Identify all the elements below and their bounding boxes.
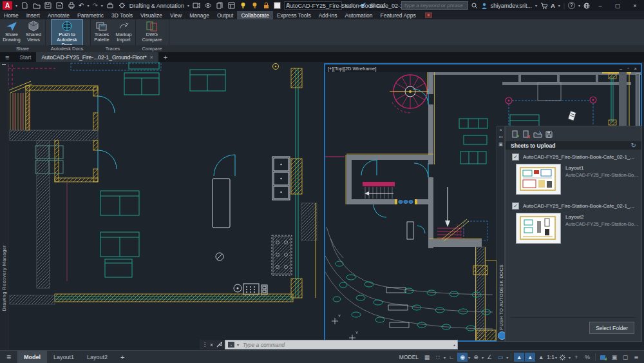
- new-drawing-tab-icon[interactable]: +: [158, 52, 173, 62]
- copy-layers-icon[interactable]: ▣: [609, 353, 620, 362]
- command-line-grip[interactable]: ⋮ ×: [200, 340, 225, 349]
- new-file-icon[interactable]: [21, 2, 29, 10]
- viewport-restore-icon[interactable]: ▫: [627, 66, 629, 72]
- save-list-icon[interactable]: [545, 130, 553, 139]
- ribbon-tab-featured-apps[interactable]: Featured Apps: [376, 11, 419, 19]
- crosshair-icon[interactable]: +: [571, 353, 582, 362]
- minimize-button[interactable]: –: [593, 1, 607, 10]
- user-caret-icon[interactable]: ▾: [535, 3, 537, 8]
- new-layout-icon[interactable]: +: [114, 351, 131, 363]
- ribbon-tab-home[interactable]: Home: [0, 11, 23, 19]
- clean-screen-icon[interactable]: ▢: [620, 353, 630, 362]
- drawing-recovery-manager-tab[interactable]: Drawing Recovery Manager: [0, 62, 8, 350]
- osnap-caret-icon[interactable]: ▾: [482, 355, 484, 360]
- ribbon-tab-annotate[interactable]: Annotate: [44, 11, 73, 19]
- command-input-field[interactable]: › ▾ ▴: [225, 340, 458, 349]
- properties-icon[interactable]: [227, 2, 236, 10]
- drm-collapse-icon[interactable]: [2, 64, 6, 65]
- maximize-button[interactable]: ▢: [611, 1, 625, 10]
- polar-tracking-icon[interactable]: ◉: [457, 353, 468, 362]
- polar-caret-icon[interactable]: ▾: [468, 355, 470, 360]
- undo-icon[interactable]: ↶: [79, 2, 84, 9]
- workspace-selector[interactable]: Drafting & Annotation: [129, 3, 184, 9]
- sheet-row[interactable]: ✓ AutoCAD-FY25_Fire-Station-Book-Cafe_02…: [506, 150, 641, 162]
- dynamic-input-icon[interactable]: ∠: [484, 353, 495, 362]
- share-drawing-button[interactable]: Share Drawing: [1, 20, 22, 43]
- search-input[interactable]: [401, 1, 468, 10]
- record-macro-icon[interactable]: [425, 11, 432, 19]
- isodraft-caret-icon[interactable]: ▾: [506, 355, 508, 360]
- layout1-thumbnail[interactable]: [516, 164, 561, 195]
- viewport-minimize-icon[interactable]: –: [620, 66, 622, 72]
- user-icon[interactable]: [481, 3, 488, 9]
- dwg-compare-button[interactable]: DWG Compare: [141, 20, 163, 43]
- scale-caret-icon[interactable]: ▾: [555, 355, 557, 360]
- ribbon-tab-manage[interactable]: Manage: [185, 11, 213, 19]
- command-caret-icon[interactable]: ▾: [237, 342, 239, 347]
- select-folder-icon[interactable]: [533, 130, 542, 139]
- close-button[interactable]: ×: [628, 1, 642, 10]
- bulb-on-icon[interactable]: [239, 2, 247, 10]
- ribbon-tab-visualize[interactable]: Visualize: [137, 11, 166, 19]
- sheet-row[interactable]: ✓ AutoCAD-FY25_Fire-Station-Book-Cafe_02…: [506, 196, 641, 211]
- undo-caret-icon[interactable]: ▾: [87, 3, 89, 8]
- markup-import-button[interactable]: Markup Import: [113, 20, 134, 43]
- layout2-thumbnail[interactable]: [516, 213, 561, 244]
- eye-icon[interactable]: [204, 2, 213, 10]
- ribbon-tab-output[interactable]: Output: [213, 11, 238, 19]
- shared-views-button[interactable]: Shared Views: [23, 20, 44, 43]
- autocad-app-menu[interactable]: A: [3, 1, 12, 10]
- bulb-off-icon[interactable]: [251, 2, 259, 10]
- ribbon-tab-collaborate[interactable]: Collaborate: [237, 11, 272, 19]
- recent-commands-icon[interactable]: ›: [228, 342, 234, 348]
- grip-dots-icon[interactable]: ⋮: [202, 342, 207, 348]
- panel-label-traces[interactable]: Traces: [91, 45, 134, 52]
- file-tabs-menu-icon[interactable]: ≡: [0, 52, 14, 62]
- ortho-mode-icon[interactable]: ∟: [446, 353, 457, 362]
- sheet-entry[interactable]: Layout2 AutoCAD-FY25_Fire-Station-Bo...: [506, 211, 641, 245]
- share-view-icon[interactable]: [193, 2, 201, 10]
- file-tab-active[interactable]: AutoCAD-FY25_Fire-...02-1_Ground-Floor* …: [36, 52, 158, 62]
- customization-menu-icon[interactable]: ≡: [631, 353, 641, 362]
- layout-tabs-menu-icon[interactable]: ≡: [0, 351, 17, 363]
- osnap-tracking-icon[interactable]: ⊕: [471, 353, 481, 362]
- autoscale-icon[interactable]: ▲: [525, 353, 535, 362]
- isolate-objects-icon[interactable]: %: [582, 353, 592, 362]
- ribbon-tab-add-ins[interactable]: Add-ins: [315, 11, 341, 19]
- snap-caret-icon[interactable]: ▾: [444, 355, 446, 360]
- palette-autohide-icon[interactable]: ↤: [499, 135, 503, 141]
- palette-vertical-title[interactable]: PUSH TO AUTODESK DOCS: [499, 264, 504, 329]
- printer-icon[interactable]: [106, 2, 115, 10]
- command-input[interactable]: [242, 341, 424, 349]
- ribbon-tab-express-tools[interactable]: Express Tools: [273, 11, 315, 19]
- sheet-entry[interactable]: Layout1 AutoCAD-FY25_Fire-Station-Bo...: [506, 162, 641, 196]
- command-close-icon[interactable]: ×: [210, 342, 213, 348]
- annotation-scale-value[interactable]: 1:1: [547, 354, 554, 360]
- panel-label-share[interactable]: Share: [1, 45, 44, 52]
- app-store-cart-icon[interactable]: [540, 3, 547, 9]
- layout1-tab[interactable]: Layout1: [47, 351, 80, 363]
- redo-icon[interactable]: ↷: [92, 2, 97, 9]
- sheet-set-icon[interactable]: [216, 2, 224, 10]
- app-menu-caret-icon[interactable]: ▾: [15, 3, 17, 8]
- file-tab-close-icon[interactable]: ×: [150, 54, 153, 61]
- add-sheet-icon[interactable]: [511, 130, 520, 139]
- workspace-caret-icon[interactable]: ▾: [187, 3, 189, 8]
- redo-caret-icon[interactable]: ▾: [101, 3, 103, 8]
- ribbon-tab-automation[interactable]: Automation: [341, 11, 376, 19]
- palette-close-icon[interactable]: ×: [499, 128, 502, 133]
- push-to-autodesk-docs-button[interactable]: Push to Autodesk Docs: [52, 20, 82, 48]
- traces-palette-button[interactable]: Traces Palette: [91, 20, 112, 43]
- refresh-icon[interactable]: ↻: [631, 142, 636, 149]
- autodesk-caret-icon[interactable]: ▾: [558, 3, 560, 8]
- search-icon[interactable]: [471, 3, 478, 9]
- lock-icon[interactable]: [262, 2, 270, 10]
- grid-display-icon[interactable]: ▦: [422, 353, 432, 362]
- palette-properties-icon[interactable]: ▣: [498, 142, 503, 148]
- ribbon-tab-view[interactable]: View: [166, 11, 185, 19]
- signed-in-user[interactable]: shiyamdev.srit...: [491, 3, 532, 9]
- ribbon-tab-3d-tools[interactable]: 3D Tools: [108, 11, 137, 19]
- model-tab[interactable]: Model: [17, 351, 47, 363]
- remove-sheet-icon[interactable]: [522, 130, 531, 139]
- snap-mode-icon[interactable]: ∷: [433, 353, 443, 362]
